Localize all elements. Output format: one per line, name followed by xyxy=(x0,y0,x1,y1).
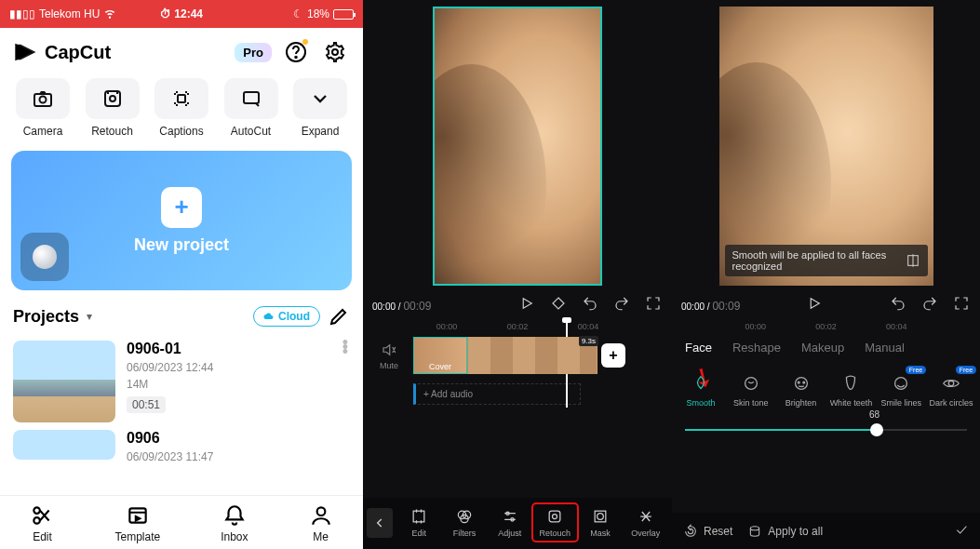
tab-face[interactable]: Face xyxy=(685,341,712,355)
chevron-down-icon[interactable]: ▾ xyxy=(87,310,92,323)
option-label: Dark circles xyxy=(930,398,973,408)
tool-label: Captions xyxy=(159,125,203,138)
tool-edit[interactable]: Edit xyxy=(396,503,442,542)
option-smilelines[interactable]: FreeSmile lines xyxy=(878,373,924,408)
option-smooth[interactable]: Smooth xyxy=(678,373,724,408)
undo-button[interactable] xyxy=(581,294,599,313)
mute-button[interactable]: Mute xyxy=(370,341,408,370)
floating-orb-button[interactable] xyxy=(20,233,69,281)
tool-expand[interactable]: Expand xyxy=(289,78,352,138)
video-preview[interactable]: Smooth will be applied to all faces reco… xyxy=(672,0,980,288)
timeline[interactable]: Mute Cover 9.3s + xyxy=(363,333,672,378)
free-badge: Free xyxy=(906,366,926,374)
toast-text: Smooth will be applied to all faces reco… xyxy=(732,249,900,272)
project-item[interactable]: 0906 06/09/2023 11:47 xyxy=(0,430,363,471)
redo-button[interactable] xyxy=(920,294,939,313)
tab-reshape[interactable]: Reshape xyxy=(732,341,781,355)
nav-label: Me xyxy=(313,530,329,543)
nav-inbox[interactable]: Inbox xyxy=(221,503,248,543)
play-button[interactable] xyxy=(805,294,824,313)
svg-point-26 xyxy=(798,382,799,383)
clip-duration-tag: 9.3s xyxy=(579,336,598,346)
reset-button[interactable]: Reset xyxy=(683,524,732,539)
add-audio-button[interactable]: + Add audio xyxy=(413,383,581,405)
nav-edit[interactable]: Edit xyxy=(30,503,54,543)
tool-retouch[interactable]: Retouch xyxy=(81,78,144,138)
transport-bar: 00:00 / 00:09 xyxy=(672,288,980,318)
play-button[interactable] xyxy=(517,294,536,313)
svg-point-9 xyxy=(34,507,41,514)
tab-manual[interactable]: Manual xyxy=(865,341,905,355)
cloud-label: Cloud xyxy=(278,310,310,323)
tool-retouch[interactable]: Retouch xyxy=(532,503,578,542)
retouch-bottom-bar: Reset Apply to all xyxy=(672,513,980,549)
time-label: 00:00 / 00:09 xyxy=(372,294,431,313)
edit-icon[interactable] xyxy=(328,305,350,328)
intensity-slider[interactable]: 68 xyxy=(685,421,967,439)
tool-label: Mask xyxy=(590,529,611,538)
tool-label: Edit xyxy=(412,529,427,538)
ruler-tick: 00:02 xyxy=(815,322,837,331)
cover-clip[interactable]: Cover xyxy=(413,337,467,374)
settings-button[interactable] xyxy=(320,37,350,67)
fullscreen-button[interactable] xyxy=(952,294,971,313)
slider-knob[interactable] xyxy=(870,423,883,436)
pro-badge[interactable]: Pro xyxy=(235,43,272,62)
option-whiteteeth[interactable]: White teeth xyxy=(827,373,874,408)
project-thumbnail xyxy=(13,430,115,460)
redo-button[interactable] xyxy=(612,294,631,313)
app-logo: CapCut xyxy=(13,39,111,65)
nav-me[interactable]: Me xyxy=(309,503,333,543)
ruler-tick: 00:00 xyxy=(745,322,767,331)
undo-button[interactable] xyxy=(889,294,907,313)
tool-adjust[interactable]: Adjust xyxy=(487,503,532,542)
project-more-button[interactable]: ••• xyxy=(342,341,350,355)
video-preview[interactable] xyxy=(363,0,672,288)
tab-makeup[interactable]: Makeup xyxy=(801,341,844,355)
carrier-label: Telekom HU xyxy=(39,7,100,20)
option-brighten[interactable]: Brighten xyxy=(778,373,825,408)
option-label: Brighten xyxy=(785,398,817,408)
cover-label: Cover xyxy=(429,362,451,371)
app-header: CapCut Pro xyxy=(0,28,363,73)
battery-icon xyxy=(333,9,354,20)
keyframe-button[interactable] xyxy=(549,294,568,313)
bottom-nav: Edit Template Inbox Me xyxy=(0,495,363,549)
project-item[interactable]: 0906-01 06/09/2023 12:44 14M 00:51 ••• xyxy=(0,333,363,430)
retouch-tabs: Face Reshape Makeup Manual xyxy=(672,333,980,358)
nav-label: Inbox xyxy=(221,530,248,543)
new-project-card[interactable]: + New project xyxy=(11,151,352,290)
help-button[interactable] xyxy=(281,37,311,67)
tool-filters[interactable]: Filters xyxy=(442,503,488,542)
project-duration: 00:51 xyxy=(127,396,166,413)
cloud-button[interactable]: Cloud xyxy=(253,306,320,327)
add-clip-button[interactable]: + xyxy=(601,343,625,368)
option-label: Smile lines xyxy=(880,398,921,408)
svg-point-27 xyxy=(802,382,804,383)
nav-label: Template xyxy=(114,530,160,543)
tool-label: Adjust xyxy=(498,529,521,538)
svg-rect-7 xyxy=(178,95,185,102)
tool-mask[interactable]: Mask xyxy=(578,503,624,542)
video-clip[interactable]: 9.3s xyxy=(467,337,597,374)
back-button[interactable] xyxy=(367,508,393,538)
apply-all-button[interactable]: Apply to all xyxy=(747,524,823,539)
nav-template[interactable]: Template xyxy=(114,503,160,543)
confirm-button[interactable] xyxy=(954,522,969,540)
project-date: 06/09/2023 11:47 xyxy=(127,450,350,463)
project-name: 0906-01 xyxy=(127,341,331,357)
tool-camera[interactable]: Camera xyxy=(11,78,74,138)
tool-label: Overlay xyxy=(631,529,660,538)
option-skintone[interactable]: Skin tone xyxy=(728,373,774,408)
moon-icon: ☾ xyxy=(293,7,303,20)
status-bar: ▮▮▯▯ Telekom HU ⏱ 12:44 ☾ 18% xyxy=(0,0,363,28)
preview-frame: Smooth will be applied to all faces reco… xyxy=(719,7,933,286)
tool-autocut[interactable]: AutoCut xyxy=(220,78,283,138)
tool-captions[interactable]: Captions xyxy=(150,78,213,138)
compare-icon[interactable] xyxy=(906,253,920,268)
tool-overlay[interactable]: Overlay xyxy=(623,503,668,542)
fullscreen-button[interactable] xyxy=(644,294,663,313)
option-darkcircles[interactable]: FreeDark circles xyxy=(928,373,974,408)
option-label: Smooth xyxy=(686,398,715,408)
tool-label: Filters xyxy=(453,529,477,538)
